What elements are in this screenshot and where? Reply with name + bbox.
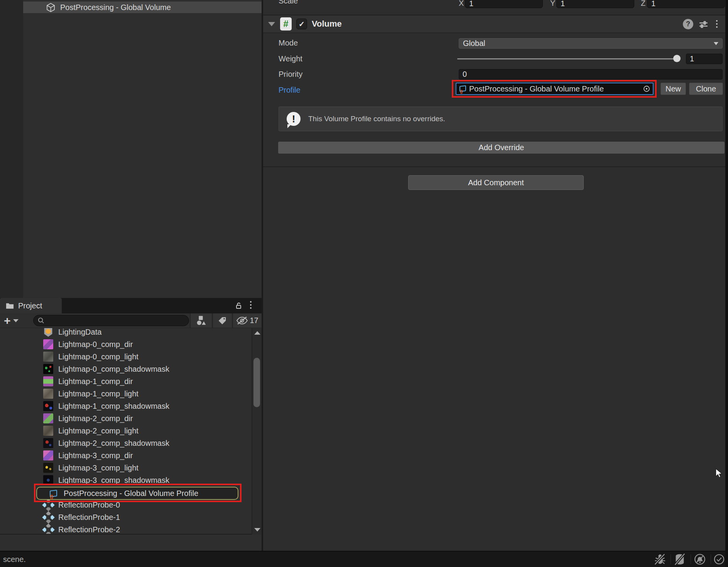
tab-project[interactable]: Project	[0, 298, 62, 313]
asset-label: Lightmap-0_comp_light	[58, 352, 139, 361]
asset-label: LightingData	[58, 328, 101, 337]
asset-row[interactable]: Lightmap-1_comp_shadowmask	[0, 400, 262, 412]
scale-z-field[interactable]: 1	[647, 0, 725, 8]
status-message: scene.	[3, 552, 26, 567]
asset-row[interactable]: Lightmap-2_comp_light	[0, 425, 262, 437]
scale-z-label: Z	[641, 0, 645, 8]
window-edge	[725, 0, 728, 567]
scale-x-label: X	[459, 0, 464, 8]
asset-label: Lightmap-2_comp_light	[58, 427, 139, 435]
priority-field[interactable]: 0	[459, 69, 723, 80]
plus-icon: +	[4, 315, 11, 327]
asset-row[interactable]: Lightmap-3_comp_light	[0, 462, 262, 474]
priority-label: Priority	[279, 70, 302, 79]
chevron-down-icon	[13, 319, 19, 322]
scroll-down-icon[interactable]	[254, 528, 260, 531]
debugger-disabled-icon[interactable]	[653, 552, 667, 566]
project-menu-icon[interactable]	[250, 301, 252, 309]
project-asset-list: LightingData Lightmap-0_comp_dir Lightma…	[0, 328, 262, 535]
asset-label: Lightmap-3_comp_dir	[58, 451, 133, 460]
progress-idle-icon[interactable]	[712, 552, 726, 566]
component-menu-icon[interactable]	[716, 20, 718, 28]
object-picker-icon[interactable]	[643, 85, 650, 93]
scroll-up-icon[interactable]	[254, 331, 260, 335]
folder-icon	[5, 301, 14, 310]
asset-icon	[43, 389, 53, 399]
search-by-type-button[interactable]	[190, 313, 211, 328]
asset-row[interactable]: Lightmap-3_comp_shadowmask	[0, 474, 262, 486]
asset-icon	[43, 475, 53, 485]
project-scrollbar[interactable]	[252, 328, 262, 535]
lock-icon[interactable]	[234, 301, 243, 312]
status-separator	[711, 554, 711, 564]
hidden-items-button[interactable]: 17	[232, 313, 262, 328]
info-box: ! This Volume Profile contains no overri…	[279, 107, 723, 131]
asset-label: Lightmap-0_comp_dir	[58, 340, 133, 349]
asset-icon	[43, 426, 53, 436]
asset-label: Lightmap-0_comp_shadowmask	[58, 365, 169, 374]
asset-row[interactable]: PostProcessing - Global Volume Profile	[0, 486, 262, 499]
asset-row[interactable]: Lightmap-3_comp_dir	[0, 449, 262, 462]
weight-slider-knob[interactable]	[673, 55, 681, 62]
notifications-muted-icon[interactable]	[693, 552, 707, 566]
cache-server-disconnected-icon[interactable]	[673, 552, 687, 566]
scrollbar-thumb[interactable]	[253, 358, 260, 407]
asset-row[interactable]: LightingData	[0, 328, 262, 338]
project-search	[33, 315, 189, 326]
asset-row[interactable]: ReflectionProbe-1	[0, 511, 262, 523]
profile-object-field[interactable]: PostProcessing - Global Volume Profile	[456, 83, 654, 95]
asset-row[interactable]: Lightmap-1_comp_dir	[0, 375, 262, 388]
asset-icon	[43, 413, 53, 423]
asset-row[interactable]: ReflectionProbe-0	[0, 499, 262, 511]
mouse-cursor	[714, 468, 725, 480]
mode-value: Global	[463, 39, 485, 48]
status-separator	[671, 554, 671, 564]
presets-icon[interactable]	[698, 19, 709, 31]
asset-row[interactable]: Lightmap-0_comp_light	[0, 350, 262, 363]
weight-slider-track[interactable]	[457, 58, 674, 59]
volume-profile-icon	[459, 85, 467, 93]
clone-button[interactable]: Clone	[689, 83, 723, 95]
add-component-button[interactable]: Add Component	[408, 175, 584, 190]
component-enabled-checkbox[interactable]: ✓	[296, 19, 307, 29]
shapes-icon	[196, 315, 206, 326]
asset-row[interactable]: Lightmap-2_comp_dir	[0, 412, 262, 425]
new-button[interactable]: New	[660, 83, 686, 95]
asset-label: Lightmap-1_comp_shadowmask	[58, 402, 169, 411]
cube-icon	[46, 2, 56, 13]
asset-row[interactable]: Lightmap-0_comp_shadowmask	[0, 363, 262, 375]
asset-icon	[43, 512, 53, 522]
asset-row[interactable]: Lightmap-1_comp_light	[0, 388, 262, 400]
scale-y-field[interactable]: 1	[556, 0, 634, 8]
tag-icon	[218, 316, 227, 325]
weight-field[interactable]: 1	[686, 54, 723, 64]
asset-row[interactable]: Lightmap-2_comp_shadowmask	[0, 437, 262, 449]
scale-x-field[interactable]: 1	[465, 0, 543, 8]
asset-icon	[43, 364, 53, 374]
asset-label: Lightmap-1_comp_dir	[58, 377, 133, 386]
asset-label: PostProcessing - Global Volume Profile	[64, 489, 198, 498]
asset-label: Lightmap-1_comp_light	[58, 389, 139, 398]
info-icon: !	[287, 112, 301, 126]
inspector-panel: Scale X 1 Y 1 Z 1 # ✓ Volume ? Mode Glob…	[263, 0, 728, 551]
help-icon[interactable]: ?	[683, 19, 693, 29]
asset-icon	[43, 376, 53, 386]
project-tab-label: Project	[18, 301, 42, 310]
asset-icon	[49, 488, 59, 498]
search-input[interactable]	[47, 316, 176, 325]
eye-slash-icon	[236, 316, 248, 325]
scale-y-label: Y	[550, 0, 555, 8]
add-override-button[interactable]: Add Override	[278, 142, 725, 154]
asset-row[interactable]: Lightmap-0_comp_dir	[0, 338, 262, 350]
foldout-icon[interactable]	[268, 22, 275, 26]
mode-dropdown[interactable]: Global	[459, 38, 723, 49]
create-asset-button[interactable]: +	[2, 313, 28, 328]
status-bar: scene.	[0, 551, 728, 567]
component-end-separator	[263, 166, 728, 167]
asset-label: ReflectionProbe-2	[58, 525, 120, 534]
search-by-label-button[interactable]	[212, 313, 231, 328]
asset-row[interactable]: ReflectionProbe-2	[0, 523, 262, 535]
asset-icon	[43, 450, 53, 460]
weight-label: Weight	[279, 54, 302, 63]
hierarchy-item-selected[interactable]: PostProcessing - Global Volume	[23, 2, 262, 13]
